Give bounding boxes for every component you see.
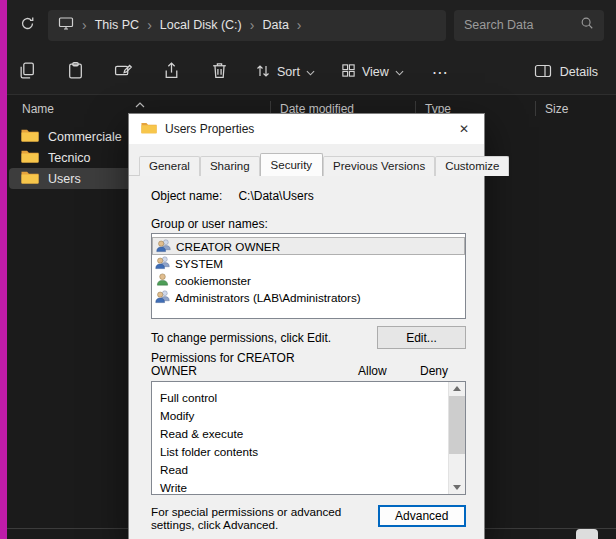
group-icon: [156, 238, 171, 255]
properties-dialog: Users Properties ✕ General Sharing Secur…: [128, 113, 485, 539]
close-icon: ✕: [459, 122, 469, 136]
user-row-administrators[interactable]: Administrators (LAB\Administrators): [152, 289, 465, 306]
rename-button[interactable]: [111, 60, 135, 84]
screen: › This PC › Local Disk (C:) › Data › Sea…: [0, 0, 616, 539]
dialog-tabs: General Sharing Security Previous Versio…: [129, 144, 484, 175]
sort-dropdown[interactable]: Sort: [255, 63, 315, 82]
permissions-for-label: Permissions for CREATOR OWNER: [151, 352, 321, 378]
search-input[interactable]: Search Data: [454, 10, 604, 41]
user-name: cookiemonster: [175, 274, 251, 287]
allow-column-label: Allow: [358, 364, 387, 378]
group-or-user-label: Group or user names:: [151, 217, 466, 231]
scroll-up-icon[interactable]: [453, 386, 461, 391]
folder-icon: [141, 121, 157, 137]
permission-name: Modify: [160, 409, 194, 422]
details-label: Details: [560, 65, 598, 79]
user-row-cookiemonster[interactable]: cookiemonster: [152, 272, 465, 289]
user-name: Administrators (LAB\Administrators): [175, 291, 361, 304]
refresh-icon: [20, 16, 35, 35]
rename-icon: [114, 61, 133, 84]
column-header-size[interactable]: Size: [545, 102, 568, 116]
sort-icon: [255, 63, 271, 82]
permission-name: Write: [160, 481, 187, 494]
file-name: Users: [48, 172, 81, 186]
paste-button[interactable]: [63, 60, 87, 84]
breadcrumb-separator: ›: [250, 18, 255, 32]
scroll-down-icon[interactable]: [453, 485, 461, 490]
edit-row: To change permissions, click Edit. Edit.…: [151, 326, 466, 349]
view-dropdown[interactable]: View: [341, 63, 404, 81]
this-pc-icon: [58, 15, 74, 35]
permission-row-read-execute: Read & execute: [152, 424, 465, 442]
tab-general[interactable]: General: [139, 156, 200, 176]
object-name-value: C:\Data\Users: [238, 189, 313, 203]
breadcrumb-separator: ›: [297, 18, 302, 32]
group-icon: [155, 255, 170, 272]
copy-icon: [18, 61, 37, 84]
window-accent-strip: [0, 0, 7, 539]
permissions-header: Permissions for CREATOR OWNER Allow Deny: [151, 352, 466, 378]
user-name: SYSTEM: [175, 257, 223, 270]
user-name: CREATOR OWNER: [176, 240, 280, 253]
close-button[interactable]: ✕: [452, 118, 476, 140]
share-button[interactable]: [159, 60, 183, 84]
tab-sharing[interactable]: Sharing: [200, 156, 260, 176]
address-bar[interactable]: › This PC › Local Disk (C:) › Data ›: [48, 10, 446, 41]
paste-icon: [66, 61, 85, 84]
column-divider[interactable]: [535, 101, 536, 116]
user-row-creator-owner[interactable]: CREATOR OWNER: [152, 237, 465, 255]
permission-name: Read & execute: [160, 427, 243, 440]
breadcrumb-separator: ›: [147, 18, 152, 32]
file-name: Tecnico: [48, 151, 90, 165]
permission-row-modify: Modify: [152, 406, 465, 424]
search-icon: [580, 16, 594, 34]
group-icon: [155, 289, 170, 306]
more-options-button[interactable]: ⋯: [432, 63, 449, 82]
copy-button[interactable]: [15, 60, 39, 84]
permission-name: List folder contents: [160, 445, 258, 458]
user-row-system[interactable]: SYSTEM: [152, 255, 465, 272]
dialog-title: Users Properties: [165, 122, 254, 136]
permission-row-full-control: Full control: [152, 388, 465, 406]
permission-name: Full control: [160, 391, 217, 404]
deny-column-label: Deny: [420, 364, 448, 378]
tab-previous-versions[interactable]: Previous Versions: [323, 156, 435, 176]
search-placeholder: Search Data: [464, 18, 533, 32]
delete-button[interactable]: [207, 60, 231, 84]
permissions-listbox[interactable]: Full control Modify Read & execute List …: [151, 381, 466, 495]
breadcrumb-local-disk-c[interactable]: Local Disk (C:): [160, 18, 242, 32]
folder-icon: [21, 128, 39, 145]
permission-row-list-folder-contents: List folder contents: [152, 442, 465, 460]
chevron-down-icon: [306, 65, 315, 79]
object-name-label: Object name:: [151, 189, 222, 203]
object-name-row: Object name: C:\Data\Users: [151, 189, 466, 203]
edit-button[interactable]: Edit...: [377, 326, 466, 349]
explorer-topbar: › This PC › Local Disk (C:) › Data › Sea…: [7, 0, 616, 50]
background-window-corner: [576, 529, 598, 539]
breadcrumb-data[interactable]: Data: [262, 18, 288, 32]
sort-label: Sort: [277, 65, 300, 79]
sort-ascending-icon: [135, 97, 145, 111]
view-label: View: [362, 65, 389, 79]
tab-customize[interactable]: Customize: [435, 156, 509, 176]
scrollbar-thumb[interactable]: [449, 396, 465, 454]
folder-icon: [21, 170, 39, 187]
share-icon: [162, 61, 181, 84]
group-user-listbox[interactable]: CREATOR OWNER SYSTEM: [151, 233, 466, 319]
breadcrumb-separator: ›: [82, 18, 87, 32]
folder-icon: [21, 149, 39, 166]
chevron-down-icon: [395, 65, 404, 79]
refresh-button[interactable]: [14, 12, 40, 38]
details-button[interactable]: Details: [534, 64, 598, 81]
advanced-button[interactable]: Advanced: [378, 505, 466, 527]
breadcrumb-this-pc[interactable]: This PC: [95, 18, 139, 32]
tab-security[interactable]: Security: [260, 153, 324, 176]
trash-icon: [210, 61, 229, 84]
permission-row-read: Read: [152, 460, 465, 478]
column-header-name[interactable]: Name: [22, 102, 54, 116]
dialog-titlebar[interactable]: Users Properties ✕: [129, 114, 484, 144]
details-pane-icon: [534, 64, 552, 81]
file-name: Commerciale: [48, 130, 122, 144]
permissions-scrollbar[interactable]: [448, 382, 465, 494]
user-icon: [155, 272, 170, 289]
